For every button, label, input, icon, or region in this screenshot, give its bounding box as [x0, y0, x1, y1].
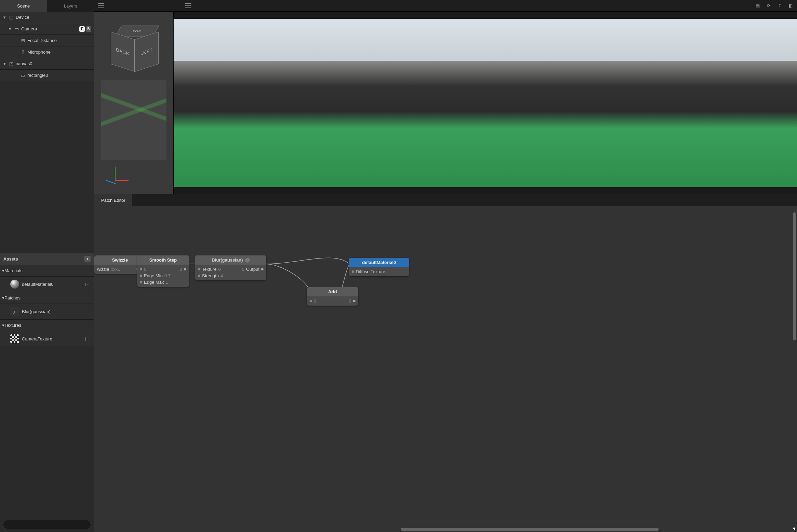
port-out-icon[interactable] [184, 268, 186, 270]
cat-label: Textures [4, 323, 21, 328]
port-in-icon[interactable] [352, 270, 354, 273]
focal-icon: ⊟ [20, 38, 26, 43]
node-port-label: Edge Max [144, 280, 164, 285]
tree-label: rectangle0 [27, 73, 94, 78]
chevron-down-icon: ▾ [8, 26, 12, 31]
asset-label: Blur(gaussian) [22, 309, 51, 314]
tree-microphone[interactable]: 🎙 Microphone [0, 46, 94, 58]
chevron-down-icon: ▾ [2, 268, 4, 273]
node-value: 0 [314, 298, 316, 304]
patch-tab-row: Patch Editor [94, 194, 797, 206]
material-sphere-icon [10, 280, 19, 289]
port-out-icon[interactable] [261, 268, 264, 270]
chevron-down-icon: ▾ [2, 295, 4, 300]
tree-device[interactable]: ▾ ▢ Device [0, 12, 94, 23]
tree-label: Device [16, 15, 94, 20]
texture-icon [10, 334, 19, 343]
scene-tree: ▾ ▢ Device ▾ ▭ Camera F B ⊟ Focal Distan… [0, 12, 94, 81]
port-in-icon[interactable] [140, 268, 142, 270]
port-in-icon[interactable] [140, 281, 142, 283]
tree-rectangle0[interactable]: ▭ rectangle0 [0, 70, 94, 81]
node-value: 4 [220, 273, 223, 278]
asset-cameratexture[interactable]: CameraTexture |→ [0, 331, 94, 347]
tree-focal-distance[interactable]: ⊟ Focal Distance [0, 35, 94, 46]
viewport-menu-button-left[interactable] [98, 3, 104, 8]
node-port-label: Diffuse Texture [356, 269, 385, 274]
left-panel: Scene Layers ▾ ▢ Device ▾ ▭ Camera F B ⊟ [0, 0, 94, 532]
node-port-label: Strength [202, 273, 219, 278]
cube-face-back[interactable]: BACK [111, 32, 135, 72]
tree-canvas0[interactable]: ▾ ◰ canvas0 [0, 58, 94, 70]
unsaved-icon[interactable]: ▤ [755, 3, 761, 9]
node-title: Add [307, 287, 358, 296]
group-icon [245, 258, 250, 263]
node-value: 0 [242, 267, 244, 272]
share-icon[interactable]: ⤴ [776, 3, 783, 9]
scrollbar-thumb[interactable] [401, 528, 659, 531]
node-port-label: Edge Min [144, 273, 163, 278]
rectangle-icon: ▭ [20, 73, 26, 78]
patch-editor-canvas[interactable]: Swizzle wizzle xxx1 0 Smooth Step 0 0 Ed… [94, 206, 797, 532]
node-port-label: Output [246, 267, 259, 272]
link-in-icon[interactable]: |← [85, 282, 90, 286]
top-toolbar: ▤ ⟳ ⤴ ◧ [94, 0, 797, 12]
assets-cat-materials[interactable]: ▾ Materials [0, 265, 94, 277]
asset-blur-gaussian[interactable]: 𝑓 Blur(gaussian) [0, 304, 94, 320]
tree-label: canvas0 [16, 61, 94, 66]
panel-toggle-icon[interactable]: ◧ [787, 3, 794, 9]
badge-front[interactable]: F [79, 26, 85, 32]
add-asset-button[interactable]: + [84, 256, 91, 262]
assets-cat-textures[interactable]: ▾ Textures [0, 320, 94, 331]
port-in-icon[interactable] [198, 268, 200, 270]
node-value: xxx1 [111, 267, 120, 272]
viewport-camera[interactable] [174, 12, 797, 194]
assets-search-input[interactable] [3, 520, 91, 529]
chevron-down-icon: ▾ [2, 15, 7, 20]
orientation-cube[interactable]: TOP BACK LEFT [108, 22, 159, 73]
viewports: TOP BACK LEFT [94, 12, 797, 194]
asset-label: defaultMaterial0 [22, 282, 54, 287]
assets-cat-patches[interactable]: ▾ Patches [0, 292, 94, 304]
node-value: 0 [218, 267, 221, 272]
patch-node-smooth-step[interactable]: Smooth Step 0 0 Edge Min 0.7 Edge Max 1 [137, 255, 189, 287]
badge-back[interactable]: B [86, 26, 91, 32]
right-area: ▤ ⟳ ⤴ ◧ TOP BACK LEFT [94, 0, 797, 532]
chevron-down-icon: ▾ [2, 61, 7, 66]
canvas-icon: ◰ [8, 61, 14, 66]
node-title: Smooth Step [137, 255, 189, 265]
patch-icon: 𝑓 [10, 307, 19, 316]
node-value: 0 [144, 267, 146, 272]
viewport-3d[interactable]: TOP BACK LEFT [94, 12, 174, 194]
scene-tree-empty [0, 81, 94, 253]
port-out-icon[interactable] [353, 300, 355, 302]
viewport-menu-button-right[interactable] [185, 3, 191, 8]
patch-node-add[interactable]: Add 0 0 [307, 287, 358, 306]
port-in-icon[interactable] [310, 300, 312, 302]
cube-face-left[interactable]: LEFT [135, 32, 159, 72]
tree-label: Focal Distance [27, 38, 94, 43]
node-value: 1 [166, 280, 168, 285]
scrollbar-thumb[interactable] [793, 212, 796, 340]
port-in-icon[interactable] [198, 275, 200, 277]
assets-header: Assets + [0, 253, 94, 265]
link-out-icon[interactable]: |→ [85, 337, 90, 341]
microphone-icon: 🎙 [20, 50, 26, 55]
device-icon: ▢ [8, 15, 14, 20]
patch-scrollbar-horizontal[interactable] [94, 528, 791, 531]
node-title: defaultMaterial0 [349, 258, 409, 267]
node-title-text: Blur(gaussian) [212, 257, 243, 263]
tab-scene[interactable]: Scene [0, 0, 47, 12]
refresh-icon[interactable]: ⟳ [766, 3, 772, 9]
axis-z-icon [106, 180, 116, 184]
asset-defaultmaterial0[interactable]: defaultMaterial0 |← [0, 277, 94, 292]
patch-node-defaultmaterial0[interactable]: defaultMaterial0 Diffuse Texture [349, 258, 409, 276]
cat-label: Patches [4, 295, 21, 300]
chevron-down-icon: ▾ [2, 323, 4, 328]
patch-scrollbar-vertical[interactable] [793, 206, 796, 526]
tab-patch-editor[interactable]: Patch Editor [94, 194, 132, 206]
tree-camera[interactable]: ▾ ▭ Camera F B [0, 23, 94, 35]
port-in-icon[interactable] [140, 275, 142, 277]
camera-icon: ▭ [14, 26, 20, 31]
tab-layers[interactable]: Layers [47, 0, 94, 12]
patch-node-blur-gaussian[interactable]: Blur(gaussian) Texture 0 0 Output Streng… [195, 255, 266, 280]
